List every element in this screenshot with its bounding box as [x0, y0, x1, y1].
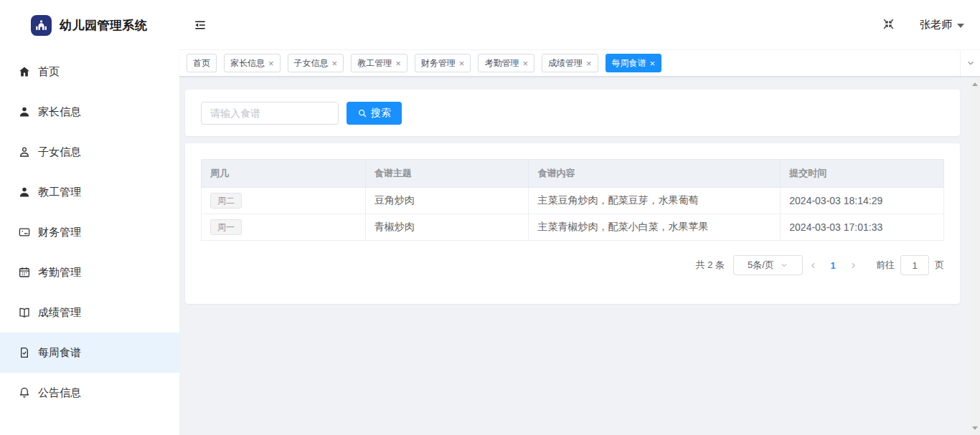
recipe-table-panel: 周几 食谱主题 食谱内容 提交时间 周二 豆角炒肉 主菜豆角炒肉，配菜豆芽，水果…: [185, 143, 960, 304]
page-size-select[interactable]: 5条/页: [733, 255, 803, 275]
grades-icon: [18, 306, 31, 319]
home-icon: [18, 65, 31, 78]
sidebar-item-label: 教工管理: [38, 186, 81, 199]
page-number[interactable]: 1: [823, 260, 843, 271]
scrollbar-up-arrow[interactable]: [970, 79, 980, 89]
cell-day: 周二: [202, 188, 366, 214]
close-icon[interactable]: ×: [332, 59, 338, 68]
chevron-down-icon: [966, 58, 976, 68]
sidebar-fold-icon[interactable]: [194, 18, 208, 32]
sidebar-item-grades-management[interactable]: 成绩管理: [0, 292, 179, 333]
table-header-row: 周几 食谱主题 食谱内容 提交时间: [202, 160, 944, 188]
sidebar-menu: 首页 家长信息 子女信息 教工管理 财务管理 考勤管理: [0, 50, 179, 413]
cell-content: 主菜豆角炒肉，配菜豆芽，水果葡萄: [529, 188, 781, 214]
sidebar-item-label: 公告信息: [38, 386, 81, 400]
main-area: 张老师 首页 家长信息 × 子女信息 × 教工管理 × 财务管理: [179, 0, 980, 435]
page-content: 搜索 周几 食谱主题 食谱内容 提交时间: [179, 77, 980, 435]
pagination-total: 共 2 条: [696, 259, 725, 272]
pagination: 共 2 条 5条/页 1 前往 页: [201, 255, 944, 275]
finance-icon: [18, 226, 31, 239]
app-logo: 幼儿园管理系统: [0, 0, 179, 50]
tab-parent-info[interactable]: 家长信息 ×: [224, 54, 281, 72]
tabs-overflow-button[interactable]: [960, 50, 980, 76]
sidebar-item-label: 财务管理: [38, 226, 81, 239]
sidebar-item-label: 每周食谱: [38, 346, 81, 360]
sidebar-item-label: 成绩管理: [38, 306, 81, 320]
sidebar-item-label: 家长信息: [38, 105, 81, 119]
page-unit-label: 页: [935, 259, 944, 272]
col-header-day: 周几: [202, 160, 366, 188]
cell-theme: 青椒炒肉: [365, 214, 529, 241]
next-page-button[interactable]: [843, 255, 863, 275]
close-icon[interactable]: ×: [395, 59, 401, 68]
sidebar-item-label: 首页: [38, 65, 60, 79]
caret-down-icon: [957, 24, 964, 28]
tab-staff-management[interactable]: 教工管理 ×: [351, 54, 407, 72]
close-icon[interactable]: ×: [650, 59, 656, 68]
staff-icon: [18, 186, 31, 199]
table-row: 周一 青椒炒肉 主菜青椒炒肉，配菜小白菜，水果苹果 2024-03-03 17:…: [202, 214, 944, 241]
user-name: 张老师: [920, 18, 952, 32]
cell-day: 周一: [202, 214, 366, 241]
col-header-content: 食谱内容: [529, 160, 781, 188]
table-row: 周二 豆角炒肉 主菜豆角炒肉，配菜豆芽，水果葡萄 2024-03-03 18:1…: [202, 188, 944, 214]
goto-page-group: 前往 页: [876, 255, 944, 275]
chevron-down-icon: [780, 261, 788, 269]
user-dropdown[interactable]: 张老师: [920, 18, 964, 32]
prev-page-button[interactable]: [803, 255, 823, 275]
sidebar-item-announcements[interactable]: 公告信息: [0, 373, 179, 413]
tab-home[interactable]: 首页: [187, 54, 217, 72]
search-panel: 搜索: [185, 90, 960, 136]
sidebar-item-children-info[interactable]: 子女信息: [0, 132, 179, 172]
attendance-icon: [18, 266, 31, 279]
recipe-icon: [18, 346, 31, 359]
notice-bell-icon: [18, 386, 31, 399]
goto-label: 前往: [876, 259, 895, 272]
top-navbar: 张老师: [179, 0, 980, 50]
cell-content: 主菜青椒炒肉，配菜小白菜，水果苹果: [529, 214, 781, 241]
sidebar-item-label: 子女信息: [38, 145, 81, 159]
search-icon: [357, 108, 367, 118]
navbar-right: 张老师: [882, 18, 964, 32]
day-tag: 周一: [210, 219, 242, 235]
app-title: 幼儿园管理系统: [60, 17, 148, 34]
sidebar-item-home[interactable]: 首页: [0, 52, 179, 92]
tab-grades-management[interactable]: 成绩管理 ×: [542, 54, 598, 72]
col-header-theme: 食谱主题: [365, 160, 529, 188]
day-tag: 周二: [210, 193, 242, 209]
col-header-time: 提交时间: [781, 160, 944, 188]
close-icon[interactable]: ×: [586, 59, 592, 68]
cell-time: 2024-03-03 17:01:33: [781, 214, 944, 241]
fullscreen-icon[interactable]: [882, 18, 897, 32]
chevron-right-icon: [849, 261, 858, 270]
close-icon[interactable]: ×: [522, 59, 528, 68]
recipe-table: 周几 食谱主题 食谱内容 提交时间 周二 豆角炒肉 主菜豆角炒肉，配菜豆芽，水果…: [201, 159, 944, 241]
tab-finance-management[interactable]: 财务管理 ×: [415, 54, 471, 72]
chevron-left-icon: [809, 261, 818, 270]
sidebar-item-weekly-recipe[interactable]: 每周食谱: [0, 333, 179, 373]
sidebar-item-finance-management[interactable]: 财务管理: [0, 212, 179, 252]
tab-weekly-recipe[interactable]: 每周食谱 ×: [606, 54, 662, 72]
close-icon[interactable]: ×: [268, 59, 274, 68]
tab-attendance-management[interactable]: 考勤管理 ×: [478, 54, 534, 72]
scrollbar-down-arrow[interactable]: [970, 423, 980, 433]
search-button[interactable]: 搜索: [347, 102, 402, 125]
school-logo-icon: [31, 15, 52, 36]
sidebar-item-parent-info[interactable]: 家长信息: [0, 92, 179, 132]
vertical-scrollbar[interactable]: [970, 77, 980, 435]
tab-children-info[interactable]: 子女信息 ×: [288, 54, 344, 72]
child-icon: [18, 145, 31, 158]
sidebar: 幼儿园管理系统 首页 家长信息 子女信息 教工管理 财务管理: [0, 0, 179, 435]
close-icon[interactable]: ×: [459, 59, 465, 68]
app-window: 幼儿园管理系统 首页 家长信息 子女信息 教工管理 财务管理: [0, 0, 980, 435]
sidebar-item-label: 考勤管理: [38, 266, 81, 279]
goto-page-input[interactable]: [900, 255, 929, 275]
parent-icon: [18, 105, 31, 118]
cell-theme: 豆角炒肉: [365, 188, 529, 214]
recipe-search-input[interactable]: [201, 102, 339, 125]
sidebar-item-attendance-management[interactable]: 考勤管理: [0, 252, 179, 292]
sidebar-item-staff-management[interactable]: 教工管理: [0, 172, 179, 212]
cell-time: 2024-03-03 18:14:29: [781, 188, 944, 214]
tags-view-bar: 首页 家长信息 × 子女信息 × 教工管理 × 财务管理 × 考勤管理 ×: [179, 50, 980, 77]
